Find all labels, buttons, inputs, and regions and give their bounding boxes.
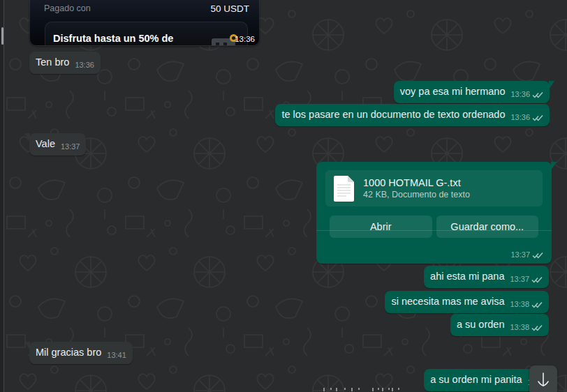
card-promo-text: Disfruta hasta un 50% de <box>53 33 173 44</box>
message-bubble-outgoing: a su orden 13:38 <box>450 314 549 336</box>
message-text: Ten bro <box>36 56 69 69</box>
message-image-card[interactable]: Pagado con 50 USDT Disfruta hasta un 50%… <box>29 0 260 46</box>
delivered-checks-icon <box>532 91 543 99</box>
message-time: 13:41 <box>107 349 126 362</box>
message-text: Vale <box>36 137 55 151</box>
bubble-tail <box>24 133 30 142</box>
message-bubble-outgoing: voy pa esa mi hermano 13:36 <box>394 81 550 103</box>
message-time: 13:38 <box>510 298 529 311</box>
document-filesize-type: 42 KB, Documento de texto <box>363 190 470 199</box>
panel-divider <box>0 0 4 392</box>
message-text: a su orden <box>457 318 505 331</box>
message-bubble-incoming: Ten bro 13:36 <box>29 52 101 74</box>
scroll-to-bottom-button[interactable] <box>529 365 557 392</box>
message-text: ahi esta mi pana <box>430 270 504 283</box>
bubble-tail <box>549 81 554 89</box>
save-as-button[interactable]: Guardar como... <box>436 216 539 238</box>
message-bubble-outgoing: si necesita mas me avisa 13:38 <box>385 291 549 313</box>
message-text: Mil gracias bro <box>36 346 101 359</box>
message-time: 13:36 <box>235 35 255 43</box>
document-icon <box>334 176 354 202</box>
delivered-checks-icon <box>532 114 543 122</box>
card-paid-with-label: Pagado con <box>44 3 91 13</box>
message-time: 13:37 <box>61 140 80 153</box>
document-filename: 1000 HOTMAIL G-.txt <box>363 177 470 188</box>
message-time: 13:36 <box>510 111 530 124</box>
message-text: voy pa esa mi hermano <box>400 85 506 98</box>
clipped-next-message-text <box>321 388 461 392</box>
message-time: 13:38 <box>510 321 529 334</box>
bubble-tail <box>24 342 30 350</box>
scroll-down-icon <box>536 372 551 391</box>
message-bubble-incoming: Vale 13:37 <box>29 133 86 156</box>
message-text: a su orden mi panita <box>430 373 522 386</box>
chat-panel: Pagado con 50 USDT Disfruta hasta un 50%… <box>0 0 567 392</box>
scrollbar-thumb[interactable] <box>1 27 3 45</box>
delivered-checks-icon <box>531 324 543 332</box>
message-time: 13:37 <box>510 273 529 286</box>
message-time: 13:36 <box>510 88 530 101</box>
message-bubble-outgoing: ahi esta mi pana 13:37 <box>424 266 549 288</box>
delivered-checks-icon <box>532 252 543 259</box>
message-time: 13:36 <box>75 59 94 72</box>
delivered-checks-icon <box>531 276 543 284</box>
message-text: si necesita mas me avisa <box>391 295 504 308</box>
message-bubble-document: 1000 HOTMAIL G-.txt 42 KB, Documento de … <box>316 162 552 264</box>
open-file-button[interactable]: Abrir <box>330 216 432 238</box>
message-time: 13:37 <box>510 250 530 259</box>
message-bubble-outgoing: te los pasare en un documento de texto o… <box>275 104 550 126</box>
card-amount: 50 USDT <box>210 3 249 14</box>
message-bubble-incoming: Mil gracias bro 13:41 <box>29 342 133 364</box>
delivered-checks-icon <box>531 301 543 309</box>
document-file-tile[interactable]: 1000 HOTMAIL G-.txt 42 KB, Documento de … <box>325 170 543 206</box>
bubble-tail <box>551 162 557 170</box>
message-text: te los pasare en un documento de texto o… <box>281 108 505 121</box>
